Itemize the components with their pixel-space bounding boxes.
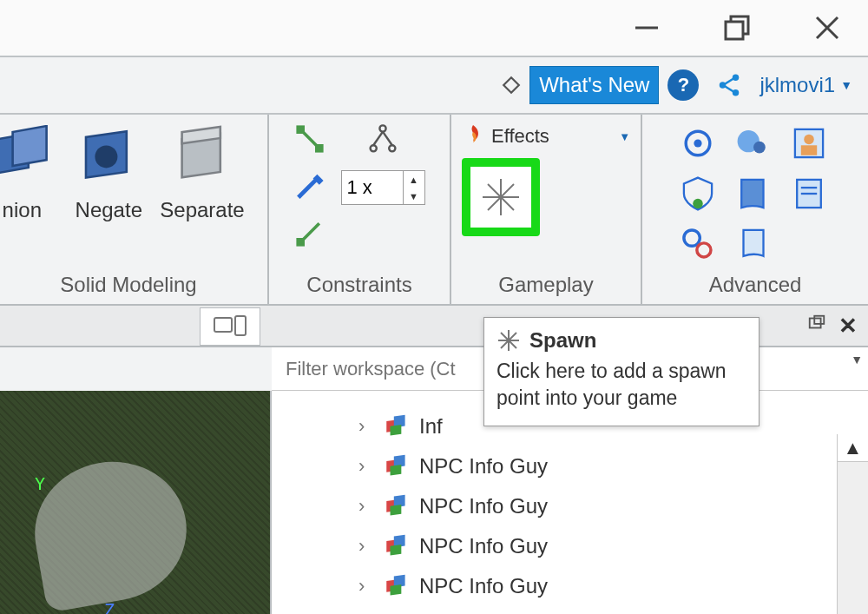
svg-rect-63 xyxy=(391,584,402,595)
tree-item-label: Inf xyxy=(419,414,443,439)
chevron-down-icon: ▼ xyxy=(840,78,852,92)
maximize-button[interactable] xyxy=(718,9,756,47)
weld-constraint-icon[interactable] xyxy=(294,170,326,201)
top-toolbar: What's New ? jklmovi1 ▼ xyxy=(0,57,868,115)
device-preview-button[interactable] xyxy=(200,307,260,346)
svg-rect-57 xyxy=(391,505,402,515)
scrollbar[interactable]: ▲ xyxy=(837,434,868,614)
minimize-button[interactable] xyxy=(628,9,666,47)
svg-point-44 xyxy=(697,243,711,257)
expand-icon[interactable]: › xyxy=(358,575,374,597)
svg-line-27 xyxy=(383,132,392,146)
tree-row[interactable]: › NPC Info Guy xyxy=(272,486,868,526)
negate-icon xyxy=(73,123,144,195)
axis-y-label: Y xyxy=(35,473,45,494)
service-gear-icon[interactable] xyxy=(678,224,718,264)
scale-up-button[interactable]: ▲ xyxy=(404,171,424,188)
svg-point-13 xyxy=(95,145,118,168)
svg-line-22 xyxy=(302,223,319,240)
model-icon xyxy=(383,413,411,440)
model-icon xyxy=(383,492,411,520)
settings-icon[interactable] xyxy=(678,123,718,163)
spawn-icon xyxy=(496,328,521,353)
effects-dropdown[interactable]: Effects ▼ xyxy=(462,123,630,149)
scale-down-button[interactable]: ▼ xyxy=(404,188,424,204)
spawn-tooltip: Spawn Click here to add a spawn point in… xyxy=(483,317,760,426)
svg-point-35 xyxy=(753,142,766,154)
svg-point-23 xyxy=(379,125,385,131)
tree-row[interactable]: › NPC Info Guy xyxy=(272,566,868,606)
svg-rect-18 xyxy=(315,144,324,153)
viewport-3d[interactable]: Y Z xyxy=(0,391,272,614)
help-button[interactable]: ? xyxy=(659,66,707,104)
negate-label: Negate xyxy=(76,198,142,222)
scale-input[interactable] xyxy=(342,171,403,204)
tree-item-label: NPC Info Guy xyxy=(419,574,548,598)
svg-rect-46 xyxy=(814,316,824,324)
close-button[interactable] xyxy=(808,9,846,47)
panel-close-button[interactable]: ✕ xyxy=(838,313,858,340)
spawn-button[interactable] xyxy=(462,158,540,236)
group-label-constraints: Constraints xyxy=(306,267,411,299)
window-controls xyxy=(628,9,846,47)
tree-row[interactable]: › NPC Info Guy xyxy=(272,446,868,486)
whats-new-button[interactable]: What's New xyxy=(529,66,659,104)
svg-rect-48 xyxy=(235,316,246,335)
group-label-gameplay: Gameplay xyxy=(498,267,593,299)
svg-rect-51 xyxy=(391,425,402,435)
svg-rect-38 xyxy=(801,145,817,155)
tree-item-label: NPC Info Guy xyxy=(419,494,548,518)
tree-row[interactable]: › NPC Info Guy xyxy=(272,526,868,566)
separate-button[interactable]: Separate xyxy=(160,123,244,222)
attach-constraint-icon[interactable] xyxy=(294,217,326,248)
svg-rect-54 xyxy=(391,465,402,475)
spawn-icon xyxy=(477,174,524,221)
create-constraint-icon[interactable] xyxy=(294,123,326,155)
dock-button[interactable] xyxy=(807,314,826,338)
svg-line-26 xyxy=(373,132,383,146)
svg-point-37 xyxy=(804,135,814,145)
separate-label: Separate xyxy=(160,198,244,222)
tree-item-label: NPC Info Guy xyxy=(419,454,548,479)
shield-icon[interactable] xyxy=(678,174,718,214)
scroll-up-button[interactable]: ▲ xyxy=(838,434,868,462)
negate-button[interactable]: Negate xyxy=(73,123,144,222)
window-titlebar xyxy=(0,0,868,57)
svg-rect-2 xyxy=(726,22,743,39)
expand-icon[interactable]: › xyxy=(358,535,374,558)
svg-point-33 xyxy=(694,139,701,147)
script-scroll-icon[interactable] xyxy=(733,224,773,264)
model-icon xyxy=(383,452,411,480)
hierarchy-icon[interactable] xyxy=(367,123,398,155)
collapse-ribbon-icon[interactable] xyxy=(493,66,529,104)
union-label: nion xyxy=(3,198,42,222)
group-label-solid-modeling: Solid Modeling xyxy=(60,267,196,299)
filter-dropdown-icon[interactable]: ▼ xyxy=(851,353,863,366)
document-icon[interactable] xyxy=(789,174,829,214)
material-icon[interactable] xyxy=(733,123,773,163)
group-label-advanced: Advanced xyxy=(709,267,802,299)
model-icon xyxy=(383,532,411,560)
svg-line-8 xyxy=(725,79,733,84)
svg-line-19 xyxy=(298,179,317,198)
ribbon: nion Negate Separate Solid Modeling xyxy=(0,115,868,306)
fire-icon xyxy=(462,123,484,149)
user-menu[interactable]: jklmovi1 ▼ xyxy=(751,66,861,104)
svg-point-43 xyxy=(684,230,700,246)
svg-rect-47 xyxy=(214,318,232,332)
script-blue-icon[interactable] xyxy=(733,174,773,214)
group-gameplay: Effects ▼ Gameplay xyxy=(451,115,642,304)
scale-spinner[interactable]: ▲ ▼ xyxy=(341,170,425,205)
svg-point-39 xyxy=(693,199,703,209)
tooltip-title: Spawn xyxy=(529,328,596,353)
username-label: jklmovi1 xyxy=(760,73,835,97)
expand-icon[interactable]: › xyxy=(358,495,374,518)
union-button[interactable]: nion xyxy=(0,123,57,222)
group-constraints: ▲ ▼ Constraints xyxy=(269,115,451,304)
model-icon xyxy=(383,572,411,600)
expand-icon[interactable]: › xyxy=(358,455,374,478)
portrait-icon[interactable] xyxy=(789,123,829,163)
expand-icon[interactable]: › xyxy=(358,415,374,438)
share-icon[interactable] xyxy=(707,66,751,104)
axis-z-label: Z xyxy=(104,599,115,614)
